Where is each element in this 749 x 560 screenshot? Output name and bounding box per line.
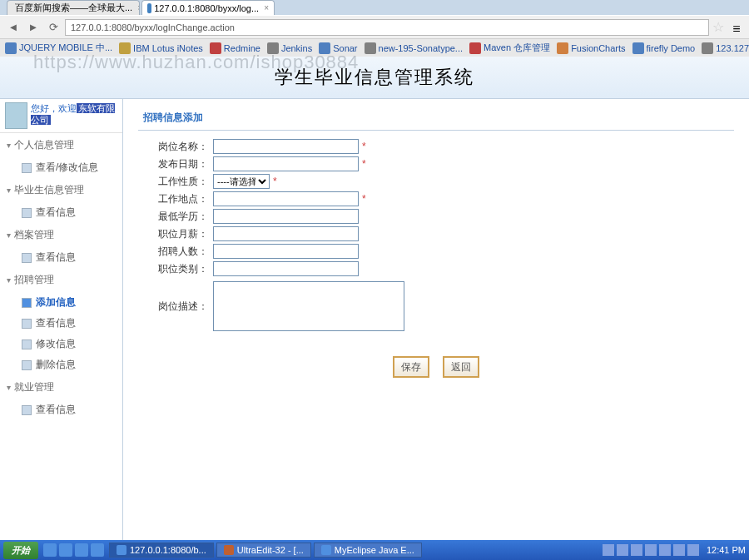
tray-icon[interactable] [645,544,657,556]
ql-icon[interactable] [59,543,72,557]
back-button[interactable]: 返回 [443,356,479,378]
tray-icon[interactable] [617,544,628,556]
close-icon[interactable]: × [137,3,140,12]
taskbar: 开始 127.0.0.1:8080/b... UltraEdit-32 - [.… [0,540,749,560]
bookmark-bar: JQUERY MOBILE 中... IBM Lotus iNotes Redm… [0,38,749,57]
required-mark: * [362,156,366,171]
textarea-desc[interactable] [213,281,404,331]
input-education[interactable] [213,209,359,224]
bookmark-icon [119,42,131,54]
bookmark-item[interactable]: Redmine [210,42,260,54]
close-icon[interactable]: × [264,3,269,12]
sidebar: 您好，欢迎东软有限公司 个人信息管理 查看/修改信息 毕业生信息管理 查看信息 … [0,99,123,542]
label-education: 最低学历： [138,209,213,224]
label-nature: 工作性质： [138,174,213,189]
nav-item-add[interactable]: 添加信息 [0,292,122,313]
bookmark-icon[interactable]: ☆ [712,19,726,35]
bookmark-item[interactable]: Sonar [319,42,357,54]
required-mark: * [362,139,366,154]
bookmark-item[interactable]: new-195-Sonatype... [365,42,464,54]
label-count: 招聘人数： [138,244,213,259]
start-button[interactable]: 开始 [3,542,38,559]
tab-bar: 百度新闻搜索——全球最大... × 127.0.0.1:8080/byxx/lo… [0,0,749,15]
form-title: 招聘信息添加 [138,107,734,131]
browser-tab[interactable]: 127.0.0.1:8080/byxx/log... × [141,0,275,15]
bookmark-icon [365,42,376,54]
nav-item-view[interactable]: 查看信息 [0,247,122,268]
label-desc: 岗位描述： [138,281,213,331]
nav-header-recruit[interactable]: 招聘管理 [0,268,122,292]
label-location: 工作地点： [138,191,213,206]
bookmark-item[interactable]: FusionCharts [557,42,625,54]
nav-header-archive[interactable]: 档案管理 [0,223,122,247]
select-nature[interactable]: ----请选择---- [213,174,270,189]
url-input[interactable]: 127.0.0.1:8080/byxx/logInChange.action [65,19,709,36]
bookmark-icon [267,42,279,54]
app-container: 学生毕业信息管理系统 您好，欢迎东软有限公司 个人信息管理 查看/修改信息 毕业… [0,57,749,540]
browser-chrome: 百度新闻搜索——全球最大... × 127.0.0.1:8080/byxx/lo… [0,0,749,57]
nav-item-edit[interactable]: 修改信息 [0,334,122,354]
nav-bar: ◄ ► ⟳ 127.0.0.1:8080/byxx/logInChange.ac… [0,15,749,38]
nav-item-view[interactable]: 查看信息 [0,399,122,420]
save-button[interactable]: 保存 [393,356,429,378]
tab-title: 127.0.0.1:8080/byxx/log... [154,3,259,13]
nav-item-view[interactable]: 查看信息 [0,202,122,223]
bookmark-item[interactable]: firefly Demo [632,42,696,54]
label-salary: 职位月薪： [138,226,213,241]
tray-icon[interactable] [631,544,642,556]
nav-item-view[interactable]: 查看信息 [0,313,122,334]
user-block: 您好，欢迎东软有限公司 [0,99,122,133]
input-type[interactable] [213,261,359,276]
app-icon [321,545,331,555]
bookmark-icon [210,42,221,54]
nav-item-view-edit[interactable]: 查看/修改信息 [0,157,122,178]
browser-tab[interactable]: 百度新闻搜索——全球最大... × [7,0,140,15]
bookmark-icon [557,42,568,54]
menu-button[interactable]: ≡ [729,22,744,33]
tray-icon[interactable] [603,544,614,556]
reload-button[interactable]: ⟳ [45,19,62,36]
favicon-icon [147,3,151,13]
quick-launch [43,543,104,557]
input-count[interactable] [213,244,359,259]
input-salary[interactable] [213,226,359,241]
forward-button[interactable]: ► [25,19,42,36]
bookmark-item[interactable]: 123.127.237.189... [702,42,749,54]
avatar [5,102,27,129]
task-button[interactable]: MyEclipse Java E... [314,543,422,558]
main-content: 招聘信息添加 岗位名称： * 发布日期： * 工作性质： ----请选择----… [123,99,749,542]
app-icon [224,545,234,555]
nav-header-personal[interactable]: 个人信息管理 [0,133,122,157]
nav-header-employ[interactable]: 就业管理 [0,375,122,399]
ql-icon[interactable] [75,543,88,557]
clock[interactable]: 12:41 PM [707,545,746,555]
task-button[interactable]: 127.0.0.1:8080/b... [109,543,214,558]
tray-icon[interactable] [659,544,671,556]
ql-icon[interactable] [43,543,57,557]
label-date: 发布日期： [138,156,213,171]
input-date[interactable] [213,156,359,171]
user-greeting: 您好，欢迎东软有限公司 [31,102,117,129]
tray-icon[interactable] [687,544,699,556]
bookmark-item[interactable]: IBM Lotus iNotes [119,42,203,54]
bookmark-item[interactable]: JQUERY MOBILE 中... [5,42,112,54]
system-tray: 12:41 PM [603,544,746,556]
app-body: 您好，欢迎东软有限公司 个人信息管理 查看/修改信息 毕业生信息管理 查看信息 … [0,98,749,542]
bookmark-item[interactable]: Maven 仓库管理 [469,42,550,54]
ql-icon[interactable] [91,543,104,557]
required-mark: * [362,191,366,206]
label-position: 岗位名称： [138,139,213,154]
bookmark-icon [319,42,330,54]
back-button[interactable]: ◄ [5,19,22,36]
required-mark: * [273,174,277,189]
input-location[interactable] [213,191,359,206]
task-button[interactable]: UltraEdit-32 - [... [216,543,311,558]
bookmark-item[interactable]: Jenkins [267,42,312,54]
input-position[interactable] [213,139,359,154]
label-type: 职位类别： [138,261,213,276]
tray-icon[interactable] [673,544,685,556]
button-row: 保存 返回 [138,356,734,378]
nav-header-graduate[interactable]: 毕业生信息管理 [0,178,122,202]
nav-item-delete[interactable]: 删除信息 [0,354,122,375]
bookmark-icon [632,42,644,54]
